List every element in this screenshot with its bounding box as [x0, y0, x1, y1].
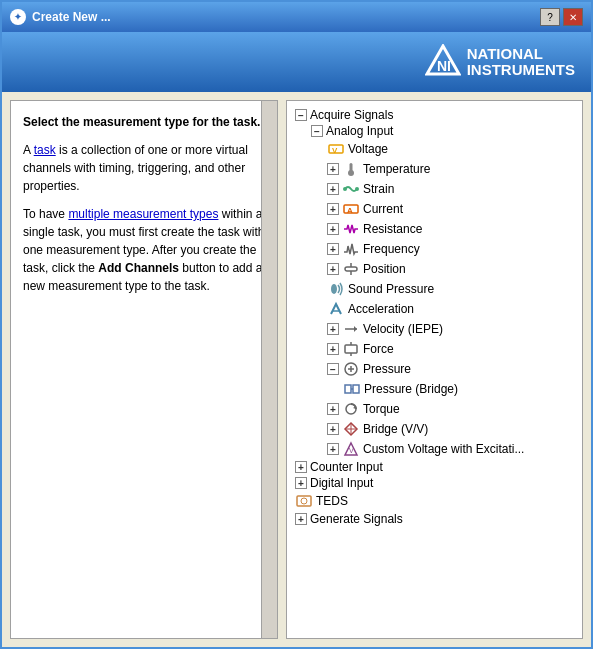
- tree-custom-voltage[interactable]: + V Custom Voltage with Excitati...: [291, 439, 578, 459]
- expand-custom-icon[interactable]: +: [327, 443, 339, 455]
- teds-label: TEDS: [316, 494, 348, 508]
- left-panel-scrollbar[interactable]: [261, 101, 277, 638]
- svg-point-13: [331, 284, 337, 294]
- multiple-types-link[interactable]: multiple measurement types: [68, 207, 218, 221]
- expand-torque-icon[interactable]: +: [327, 403, 339, 415]
- tree-force[interactable]: + Force: [291, 339, 578, 359]
- left-panel: Select the measurement type for the task…: [10, 100, 278, 639]
- expand-resistance-icon[interactable]: +: [327, 223, 339, 235]
- window-title: Create New ...: [32, 10, 111, 24]
- window-icon: ✦: [10, 9, 26, 25]
- left-panel-content: Select the measurement type for the task…: [11, 101, 277, 638]
- current-label: Current: [363, 202, 403, 216]
- resistance-icon: [342, 220, 360, 238]
- torque-label: Torque: [363, 402, 400, 416]
- expand-temperature-icon[interactable]: +: [327, 163, 339, 175]
- tree-generate-signals[interactable]: + Generate Signals: [291, 511, 578, 527]
- tree-digital-input[interactable]: + Digital Input: [291, 475, 578, 491]
- current-icon: A: [342, 200, 360, 218]
- digital-input-label: Digital Input: [310, 476, 373, 490]
- svg-text:NI: NI: [437, 58, 451, 74]
- ni-logo-icon: NI: [425, 44, 461, 80]
- pressure-bridge-label: Pressure (Bridge): [364, 382, 458, 396]
- pressure-label: Pressure: [363, 362, 411, 376]
- frequency-label: Frequency: [363, 242, 420, 256]
- close-button[interactable]: ✕: [563, 8, 583, 26]
- expand-digital-icon[interactable]: +: [295, 477, 307, 489]
- main-window: ✦ Create New ... ? ✕ NI NATIONAL INSTRUM…: [0, 0, 593, 649]
- force-icon: [342, 340, 360, 358]
- right-panel[interactable]: − Acquire Signals − Analog Input V Volta…: [286, 100, 583, 639]
- teds-icon: [295, 492, 313, 510]
- expand-position-icon[interactable]: +: [327, 263, 339, 275]
- tree-voltage[interactable]: V Voltage: [291, 139, 578, 159]
- tree-counter-input[interactable]: + Counter Input: [291, 459, 578, 475]
- tree-resistance[interactable]: + Resistance: [291, 219, 578, 239]
- bridge-icon: [342, 420, 360, 438]
- tree-pressure-bridge[interactable]: Pressure (Bridge): [291, 379, 578, 399]
- sound-pressure-label: Sound Pressure: [348, 282, 434, 296]
- tree-velocity[interactable]: + Velocity (IEPE): [291, 319, 578, 339]
- tree-bridge[interactable]: + Bridge (V/V): [291, 419, 578, 439]
- expand-force-icon[interactable]: +: [327, 343, 339, 355]
- tree-position[interactable]: + Position: [291, 259, 578, 279]
- ni-logo: NI NATIONAL INSTRUMENTS: [425, 44, 575, 80]
- expand-current-icon[interactable]: +: [327, 203, 339, 215]
- tree-temperature[interactable]: + Temperature: [291, 159, 578, 179]
- task-link[interactable]: task: [34, 143, 56, 157]
- svg-rect-21: [345, 385, 351, 393]
- collapse-acquire-icon[interactable]: −: [295, 109, 307, 121]
- position-icon: [342, 260, 360, 278]
- svg-text:A: A: [347, 206, 353, 215]
- bridge-label: Bridge (V/V): [363, 422, 428, 436]
- title-bar: ✦ Create New ... ? ✕: [2, 2, 591, 32]
- tree-pressure[interactable]: − Pressure: [291, 359, 578, 379]
- svg-point-32: [301, 498, 307, 504]
- expand-strain-icon[interactable]: +: [327, 183, 339, 195]
- tree-analog-input[interactable]: − Analog Input: [291, 123, 578, 139]
- acceleration-label: Acceleration: [348, 302, 414, 316]
- expand-velocity-icon[interactable]: +: [327, 323, 339, 335]
- sound-icon: [327, 280, 345, 298]
- ni-name-line1: NATIONAL: [467, 46, 575, 63]
- acceleration-icon: [327, 300, 345, 318]
- velocity-icon: [342, 320, 360, 338]
- expand-bridge-icon[interactable]: +: [327, 423, 339, 435]
- voltage-label: Voltage: [348, 142, 388, 156]
- expand-frequency-icon[interactable]: +: [327, 243, 339, 255]
- svg-marker-14: [354, 326, 357, 332]
- tree-acceleration[interactable]: Acceleration: [291, 299, 578, 319]
- torque-icon: [342, 400, 360, 418]
- collapse-pressure-icon[interactable]: −: [327, 363, 339, 375]
- frequency-icon: [342, 240, 360, 258]
- left-panel-title: Select the measurement type for the task…: [23, 113, 265, 131]
- expand-generate-icon[interactable]: +: [295, 513, 307, 525]
- tree-strain[interactable]: + Strain: [291, 179, 578, 199]
- tree-frequency[interactable]: + Frequency: [291, 239, 578, 259]
- tree-sound-pressure[interactable]: Sound Pressure: [291, 279, 578, 299]
- left-panel-para2: To have multiple measurement types withi…: [23, 205, 265, 295]
- acquire-signals-label: Acquire Signals: [310, 108, 393, 122]
- svg-rect-15: [345, 345, 357, 353]
- temperature-icon: [342, 160, 360, 178]
- velocity-label: Velocity (IEPE): [363, 322, 443, 336]
- expand-counter-icon[interactable]: +: [295, 461, 307, 473]
- title-bar-left: ✦ Create New ...: [10, 9, 111, 25]
- tree-acquire-signals[interactable]: − Acquire Signals: [291, 107, 578, 123]
- svg-rect-5: [350, 163, 353, 173]
- add-channels-text: Add Channels: [98, 261, 179, 275]
- ni-name-line2: INSTRUMENTS: [467, 62, 575, 79]
- custom-voltage-label: Custom Voltage with Excitati...: [363, 442, 524, 456]
- resistance-label: Resistance: [363, 222, 422, 236]
- analog-input-label: Analog Input: [326, 124, 393, 138]
- tree-torque[interactable]: + Torque: [291, 399, 578, 419]
- pressure-bridge-icon: [343, 380, 361, 398]
- tree-current[interactable]: + A Current: [291, 199, 578, 219]
- help-button[interactable]: ?: [540, 8, 560, 26]
- tree-teds[interactable]: TEDS: [291, 491, 578, 511]
- voltage-icon: V: [327, 140, 345, 158]
- pressure-icon: [342, 360, 360, 378]
- custom-voltage-icon: V: [342, 440, 360, 458]
- collapse-analog-icon[interactable]: −: [311, 125, 323, 137]
- svg-rect-10: [345, 267, 357, 271]
